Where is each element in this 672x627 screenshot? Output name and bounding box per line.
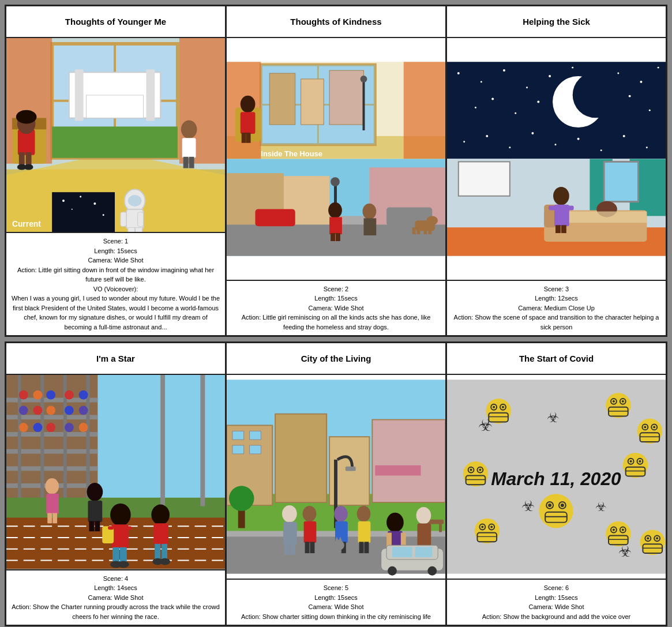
svg-point-243 (427, 566, 437, 576)
svg-rect-9 (75, 69, 84, 121)
cell-title-6: The Start of Covid (447, 343, 666, 375)
svg-point-108 (600, 149, 602, 151)
svg-rect-128 (555, 225, 561, 233)
row-1: Thoughts of Younger Me (5, 5, 667, 337)
svg-text:March 11, 2020: March 11, 2020 (491, 469, 621, 490)
svg-point-249 (493, 406, 495, 408)
svg-point-142 (19, 391, 28, 400)
svg-rect-199 (250, 445, 261, 454)
svg-point-105 (531, 132, 534, 134)
svg-rect-180 (47, 513, 52, 524)
svg-point-256 (613, 400, 615, 403)
svg-point-207 (229, 486, 254, 512)
svg-point-151 (79, 406, 88, 415)
svg-point-154 (46, 423, 55, 433)
svg-point-104 (509, 147, 510, 148)
svg-point-285 (490, 526, 493, 528)
svg-point-150 (65, 406, 74, 415)
svg-rect-48 (301, 79, 324, 125)
svg-rect-73 (412, 227, 416, 234)
svg-rect-123 (561, 212, 647, 223)
svg-point-222 (334, 506, 348, 522)
svg-point-148 (33, 406, 43, 415)
svg-rect-76 (428, 227, 431, 234)
svg-rect-8 (87, 95, 144, 118)
svg-point-85 (503, 69, 505, 72)
svg-rect-117 (604, 162, 638, 201)
cell-covid: The Start of Covid March 11, 2020 (447, 343, 666, 625)
svg-rect-169 (126, 527, 132, 530)
svg-point-165 (110, 504, 131, 527)
svg-rect-195 (372, 420, 445, 502)
cell-title-5: City of the Living (227, 343, 445, 375)
svg-point-55 (241, 96, 256, 113)
cell-image-3 (447, 38, 666, 280)
svg-point-69 (363, 204, 377, 220)
svg-point-34 (72, 209, 73, 210)
svg-rect-57 (242, 133, 246, 143)
cell-info-1: Scene: 1 Length: 15secs Camera: Wide Sho… (6, 232, 225, 335)
svg-rect-179 (46, 494, 59, 515)
svg-rect-78 (329, 217, 342, 234)
svg-rect-286 (477, 533, 497, 542)
svg-rect-58 (246, 133, 251, 143)
svg-point-214 (282, 505, 297, 523)
svg-rect-193 (275, 414, 326, 502)
svg-rect-170 (112, 547, 119, 564)
storyboard: Thoughts of Younger Me (5, 5, 667, 626)
svg-point-51 (361, 76, 367, 82)
svg-point-187 (160, 558, 170, 565)
svg-point-149 (46, 406, 55, 415)
svg-point-32 (80, 196, 81, 198)
svg-point-96 (537, 101, 539, 103)
svg-rect-28 (128, 228, 135, 232)
svg-rect-300 (643, 545, 662, 554)
svg-text:Current: Current (12, 219, 41, 228)
svg-rect-10 (146, 69, 155, 121)
svg-rect-219 (304, 521, 317, 543)
svg-point-88 (572, 67, 573, 69)
svg-rect-49 (329, 70, 363, 125)
svg-rect-279 (626, 467, 645, 476)
svg-point-226 (357, 506, 371, 522)
svg-rect-241 (415, 547, 433, 558)
svg-rect-205 (439, 524, 442, 532)
svg-rect-53 (404, 62, 445, 159)
svg-point-264 (653, 426, 655, 429)
svg-point-33 (93, 202, 96, 205)
svg-point-178 (45, 479, 59, 495)
svg-rect-175 (88, 501, 103, 523)
svg-point-284 (481, 526, 483, 528)
cell-title-3: Helping the Sick (447, 6, 666, 38)
svg-point-83 (457, 72, 460, 74)
svg-rect-258 (609, 407, 628, 416)
svg-text:☣: ☣ (547, 411, 560, 426)
svg-rect-229 (364, 542, 369, 554)
svg-rect-80 (336, 233, 340, 241)
cell-younger-me: Thoughts of Younger Me (6, 6, 227, 335)
svg-rect-30 (52, 192, 115, 232)
svg-rect-221 (310, 542, 314, 554)
svg-point-145 (65, 391, 74, 400)
cell-image-4 (6, 375, 225, 569)
svg-rect-227 (358, 521, 371, 543)
svg-rect-228 (359, 542, 364, 554)
svg-point-278 (639, 460, 641, 463)
cell-info-5: Scene: 5 Length: 15secs Camera: Wide Sho… (227, 579, 445, 625)
svg-point-291 (613, 529, 615, 531)
svg-point-152 (19, 423, 28, 433)
svg-point-147 (19, 406, 28, 415)
svg-rect-11 (52, 126, 178, 157)
svg-point-250 (502, 406, 504, 408)
svg-rect-56 (241, 112, 256, 134)
svg-point-94 (491, 98, 494, 100)
svg-rect-171 (120, 547, 127, 564)
svg-point-174 (87, 483, 103, 501)
svg-point-77 (328, 202, 342, 219)
svg-point-298 (647, 538, 649, 540)
svg-rect-37 (182, 138, 196, 158)
svg-point-103 (486, 135, 488, 137)
svg-point-292 (622, 529, 624, 531)
svg-point-22 (24, 164, 33, 170)
cell-title-4: I'm a Star (6, 343, 225, 375)
